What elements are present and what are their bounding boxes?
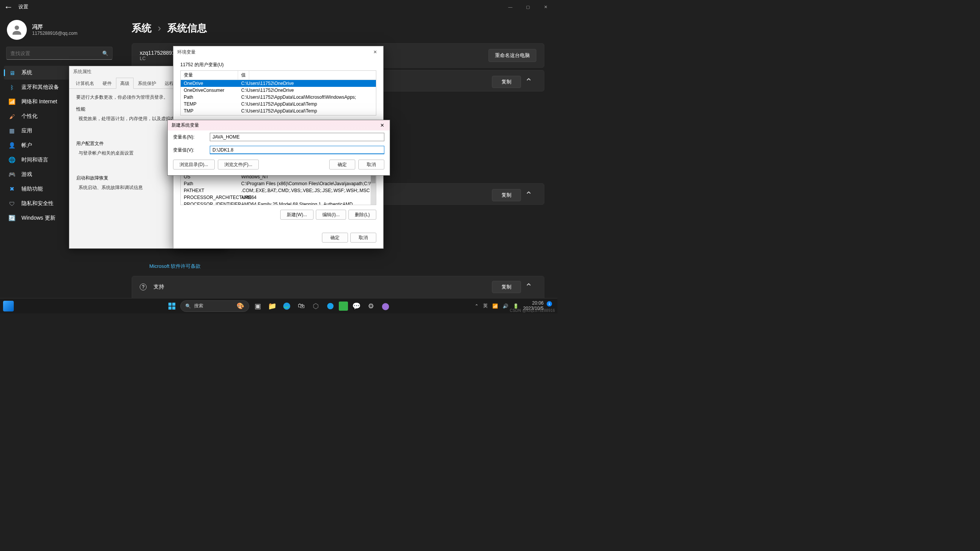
ime-indicator[interactable]: 英 bbox=[483, 303, 488, 309]
nav-icon: ▦ bbox=[8, 127, 15, 134]
table-row[interactable]: PROCESSOR_ARCHITECTUREAMD64 bbox=[181, 194, 376, 201]
col-value[interactable]: 值 bbox=[238, 71, 249, 80]
explorer-icon[interactable]: 📁 bbox=[266, 300, 278, 312]
search-box[interactable]: 🔍 bbox=[6, 47, 113, 60]
taskbar: 🔍 搜索 🎨 ▣ 📁 🛍 ⬡ 💬 ⚙ ⬤ ⌃ 英 📶 🔊 🔋 20:06 202… bbox=[0, 298, 557, 313]
table-row[interactable]: OneDriveC:\Users\11752\OneDrive bbox=[181, 80, 376, 87]
nav-icon: ✖ bbox=[8, 186, 15, 192]
new-button[interactable]: 新建(W)... bbox=[280, 210, 314, 220]
user-vars-label: 11752 的用户变量(U) bbox=[180, 62, 376, 68]
svg-point-6 bbox=[327, 303, 334, 309]
widgets-icon[interactable] bbox=[3, 301, 14, 311]
search-art-icon: 🎨 bbox=[237, 302, 244, 310]
app-icon-1[interactable]: ⬡ bbox=[310, 300, 322, 312]
app-icon-2[interactable] bbox=[324, 300, 336, 312]
table-row[interactable]: PATHEXT.COM;.EXE;.BAT;.CMD;.VBS;.VBE;.JS… bbox=[181, 187, 376, 194]
window-title: 设置 bbox=[18, 3, 28, 10]
nav-icon: 🎮 bbox=[8, 171, 15, 178]
nav-label: Windows 更新 bbox=[21, 215, 56, 222]
chevron-up-icon[interactable]: ⌃ bbox=[521, 77, 536, 87]
start-button[interactable] bbox=[166, 300, 178, 312]
app-icon-3[interactable] bbox=[339, 302, 348, 311]
chevron-up-icon[interactable]: ⌃ bbox=[521, 282, 536, 292]
var-value-input[interactable] bbox=[210, 146, 384, 154]
settings-icon[interactable]: ⚙ bbox=[365, 300, 377, 312]
minimize-button[interactable]: — bbox=[501, 0, 519, 14]
delete-button[interactable]: 删除(L) bbox=[348, 210, 376, 220]
table-row[interactable]: PathC:\Users\11752\AppData\Local\Microso… bbox=[181, 94, 376, 101]
nav-icon: 🖥 bbox=[8, 69, 15, 76]
nav-label: 时间和语言 bbox=[21, 156, 48, 163]
dialog-title: 新建系统变量 bbox=[172, 122, 199, 129]
nav-icon: 🖌 bbox=[8, 113, 15, 120]
nav-label: 蓝牙和其他设备 bbox=[21, 84, 59, 91]
watermark: CSDN @xzq1175288916 bbox=[510, 308, 555, 313]
profile-name: 冯芹 bbox=[32, 24, 77, 31]
app-icon-4[interactable]: ⬤ bbox=[379, 300, 392, 312]
breadcrumb: 系统 › 系统信息 bbox=[132, 21, 544, 35]
nav-icon: 🔄 bbox=[8, 215, 15, 222]
table-row[interactable]: TEMPC:\Users\11752\AppData\Local\Temp bbox=[181, 101, 376, 108]
edge-icon[interactable] bbox=[281, 300, 293, 312]
pc-sub: LC bbox=[140, 56, 178, 61]
var-name-label: 变量名(N): bbox=[173, 134, 206, 140]
table-row[interactable]: OneDriveConsumerC:\Users\11752\OneDrive bbox=[181, 87, 376, 94]
ok-button[interactable]: 确定 bbox=[322, 233, 348, 243]
svg-point-0 bbox=[15, 26, 19, 30]
tab-高级[interactable]: 高级 bbox=[116, 78, 134, 89]
copy-button[interactable]: 复制 bbox=[492, 281, 521, 293]
close-icon[interactable]: ✕ bbox=[379, 122, 386, 128]
browse-dir-button[interactable]: 浏览目录(D)... bbox=[173, 160, 215, 170]
nav-label: 个性化 bbox=[21, 113, 38, 120]
edit-button[interactable]: 编辑(I)... bbox=[316, 210, 346, 220]
tab-计算机名[interactable]: 计算机名 bbox=[72, 78, 98, 89]
tray-chevron-icon[interactable]: ⌃ bbox=[475, 303, 479, 309]
ok-button[interactable]: 确定 bbox=[329, 160, 355, 170]
table-row[interactable]: TMPC:\Users\11752\AppData\Local\Temp bbox=[181, 108, 376, 114]
tab-硬件[interactable]: 硬件 bbox=[98, 78, 116, 89]
copy-button[interactable]: 复制 bbox=[492, 189, 521, 201]
breadcrumb-sep: › bbox=[158, 22, 161, 34]
close-icon[interactable]: ✕ bbox=[371, 49, 379, 55]
breadcrumb-root[interactable]: 系统 bbox=[132, 21, 152, 35]
wechat-icon[interactable]: 💬 bbox=[350, 300, 363, 312]
notification-badge[interactable]: 1 bbox=[547, 301, 552, 306]
nav-label: 网络和 Internet bbox=[21, 98, 57, 105]
nav-label: 应用 bbox=[21, 127, 32, 134]
cancel-button[interactable]: 取消 bbox=[358, 160, 384, 170]
table-row[interactable]: PathC:\Program Files (x86)\Common Files\… bbox=[181, 180, 376, 187]
browse-file-button[interactable]: 浏览文件(F)... bbox=[218, 160, 259, 170]
nav-label: 系统 bbox=[21, 69, 32, 76]
license-link[interactable]: Microsoft 软件许可条款 bbox=[132, 261, 544, 272]
cancel-button[interactable]: 取消 bbox=[350, 233, 376, 243]
copy-button[interactable]: 复制 bbox=[492, 76, 521, 88]
time: 20:06 bbox=[523, 301, 544, 306]
col-variable[interactable]: 变量 bbox=[181, 71, 238, 80]
search-label: 搜索 bbox=[194, 303, 203, 309]
battery-icon[interactable]: 🔋 bbox=[513, 303, 519, 309]
tab-系统保护[interactable]: 系统保护 bbox=[134, 78, 160, 89]
wifi-icon[interactable]: 📶 bbox=[492, 303, 498, 309]
search-icon: 🔍 bbox=[102, 51, 108, 56]
var-name-input[interactable] bbox=[210, 133, 384, 141]
search-input[interactable] bbox=[10, 51, 102, 56]
nav-label: 辅助功能 bbox=[21, 186, 43, 192]
user-vars-table[interactable]: 变量 值 OneDriveC:\Users\11752\OneDriveOneD… bbox=[180, 70, 376, 116]
close-button[interactable]: ✕ bbox=[537, 0, 554, 14]
nav-label: 游戏 bbox=[21, 171, 32, 178]
rename-pc-button[interactable]: 重命名这台电脑 bbox=[488, 49, 536, 62]
table-row[interactable]: PROCESSOR_IDENTIFIERAMD64 Family 25 Mode… bbox=[181, 201, 376, 205]
question-icon: ? bbox=[140, 284, 147, 290]
volume-icon[interactable]: 🔊 bbox=[503, 303, 508, 309]
back-button[interactable]: ← bbox=[3, 2, 14, 12]
task-view-icon[interactable]: ▣ bbox=[252, 300, 264, 312]
taskbar-search[interactable]: 🔍 搜索 🎨 bbox=[180, 300, 249, 312]
titlebar: ← 设置 — ▢ ✕ bbox=[0, 0, 557, 14]
nav-icon: 🛡 bbox=[8, 200, 15, 207]
store-icon[interactable]: 🛍 bbox=[295, 300, 307, 312]
svg-rect-2 bbox=[172, 303, 175, 306]
maximize-button[interactable]: ▢ bbox=[519, 0, 537, 14]
profile[interactable]: 冯芹 1175288916@qq.com bbox=[2, 18, 116, 47]
chevron-up-icon[interactable]: ⌃ bbox=[521, 190, 536, 201]
support-card: ? 支持 复制 ⌃ 制造商Lenovo网站联机支持 bbox=[132, 276, 544, 298]
